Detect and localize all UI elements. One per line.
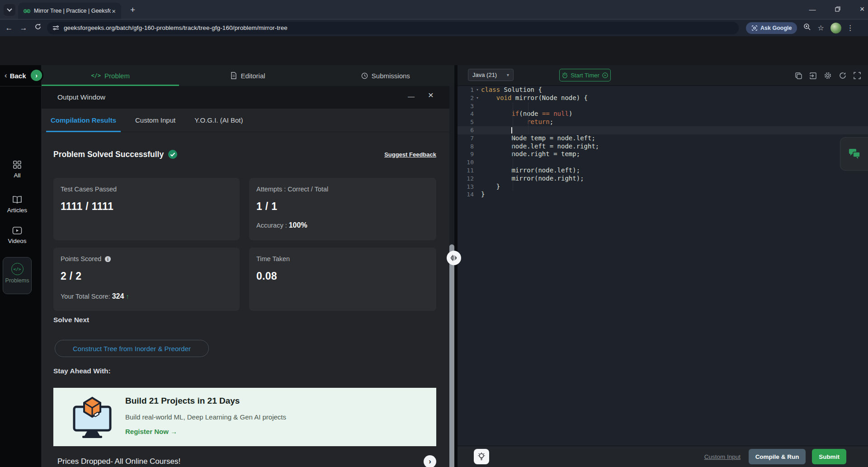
tab-compilation-results[interactable]: Compilation Results [46,109,121,132]
register-now-link[interactable]: Register Now → [125,428,177,435]
code-text: } [481,191,868,199]
timer-icon [562,72,568,78]
code-line[interactable]: 12 mirror(node.right); [458,175,868,183]
fold-gutter [474,102,481,110]
start-timer-button[interactable]: Start Timer [559,69,611,81]
scrollbar-thumb[interactable] [449,244,454,467]
reset-code-icon[interactable] [839,71,847,80]
close-icon[interactable]: × [428,90,434,100]
tab-problem[interactable]: </> Problem [42,65,179,86]
custom-input-link[interactable]: Custom Input [704,453,741,460]
compile-run-button[interactable]: Compile & Run [749,449,806,464]
tab-yogi-ai-bot[interactable]: Y.O.G.I. (AI Bot) [190,109,247,132]
code-line[interactable]: 10 [458,158,868,167]
code-line[interactable]: 8 node.left = node.right; [458,143,868,151]
expand-panel-button[interactable]: › [31,70,42,81]
browser-menu-icon[interactable]: ⋮ [847,24,854,32]
zoom-in-icon[interactable] [803,23,811,33]
output-tabbar: Compilation Results Custom Input Y.O.G.I… [42,109,454,132]
code-line[interactable]: 11 mirror(node.left); [458,167,868,175]
solve-next-heading: Solve Next [53,316,89,324]
code-text: mirror(node.left); [481,167,868,175]
code-line[interactable]: 9 node.right = temp; [458,150,868,158]
ask-google-button[interactable]: Ask Google [746,22,797,34]
window-restore-button[interactable] [827,0,848,18]
fold-gutter [474,134,481,143]
code-editor[interactable]: 1▾class Solution {2▾ void mirror(Node no… [458,86,868,446]
fullscreen-icon[interactable] [854,72,861,79]
code-line[interactable]: 6 [458,126,868,134]
browser-forward-button[interactable]: → [16,24,31,33]
window-close-button[interactable]: × [852,0,868,18]
url-text: geeksforgeeks.org/batch/gfg-160-problems… [64,24,288,31]
browser-profile-avatar[interactable] [830,23,841,33]
code-line[interactable]: 1▾class Solution { [458,86,868,94]
browser-tab[interactable]: Mirror Tree | Practice | Geeksfor × [18,3,121,19]
fold-arrow-icon[interactable]: ▾ [474,94,481,102]
banner-subtitle: Build real-world ML, Deep Learning & Gen… [125,413,286,421]
line-number: 7 [458,134,474,143]
tab-close-icon[interactable]: × [111,7,117,15]
submit-button[interactable]: Submit [812,449,846,464]
lens-icon [751,25,758,31]
total-score-line: Your Total Score: 324 ↑ [61,292,129,300]
browser-back-button[interactable]: ← [2,24,16,33]
tab-custom-input[interactable]: Custom Input [131,109,180,132]
problem-tabbar: </> Problem Editorial Submissions [42,65,454,86]
hint-bulb-button[interactable] [474,449,489,464]
bulb-icon [477,452,486,461]
browser-reload-button[interactable] [31,23,45,33]
window-minimize-button[interactable]: — [802,0,823,18]
output-window-title: Output Window [57,93,105,101]
sidebar-item-problems[interactable]: </> Problems [3,257,32,294]
promo-next-button[interactable]: › [424,455,436,467]
code-line[interactable]: 2▾ void mirror(Node node) { [458,94,868,102]
card-attempts: Attempts : Correct / Total 1 / 1 Accurac… [249,178,436,240]
minimize-icon[interactable]: — [408,92,415,100]
code-line[interactable]: 7 Node temp = node.left; [458,134,868,143]
sidebar-item-all[interactable]: All [3,160,32,179]
code-text: mirror(node.right); [481,175,868,183]
sidebar-item-articles[interactable]: Articles [3,195,32,214]
card-value: 1111 / 1111 [61,200,232,213]
code-line[interactable]: 3 [458,102,868,110]
tab-search-button[interactable] [4,4,15,16]
discussion-chat-tab[interactable] [840,137,868,171]
code-line[interactable]: 5 return; [458,118,868,126]
line-number: 13 [458,183,474,191]
settings-gear-icon[interactable] [824,71,832,80]
card-label: Attempts : Correct / Total [256,186,429,193]
copy-icon[interactable] [795,72,802,80]
fold-arrow-icon[interactable]: ▾ [474,86,481,94]
promo-banner[interactable]: Build 21 Projects in 21 Days Build real-… [53,388,436,446]
resize-arrows-icon [450,255,458,261]
bookmark-star-icon[interactable]: ☆ [817,24,824,32]
tab-submissions[interactable]: Submissions [317,65,454,86]
sidebar-item-videos[interactable]: Videos [3,226,32,244]
code-line[interactable]: 14} [458,191,868,199]
code-line[interactable]: 4 if(node == null) [458,110,868,118]
language-select[interactable]: Java (21) ▾ [468,69,514,81]
site-settings-icon[interactable] [52,24,59,31]
line-number: 14 [458,191,474,199]
grid-icon [13,160,22,169]
code-line[interactable]: 13 } [458,183,868,191]
info-icon[interactable]: i [104,256,111,262]
url-bar[interactable]: geeksforgeeks.org/batch/gfg-160-problems… [47,22,739,34]
new-tab-button[interactable]: + [130,5,135,14]
chevron-left-icon: ‹ [5,71,7,80]
promo-footer-text: Prices Dropped- All Online Courses! [57,457,180,466]
fold-gutter [474,167,481,175]
clock-icon [361,72,368,79]
card-label: Points Scoredi [61,255,232,262]
next-problem-button[interactable]: Construct Tree from Inorder & Preorder [55,340,209,357]
tab-editorial[interactable]: Editorial [179,65,316,86]
import-code-icon[interactable] [809,72,817,80]
fold-gutter [474,126,481,134]
site-header: Big Savings Sale Courses Tutorials Pract… [0,36,868,65]
suggest-feedback-link[interactable]: Suggest Feedback [384,151,436,158]
video-icon [12,226,22,235]
line-number: 6 [458,126,474,134]
banner-title: Build 21 Projects in 21 Days [125,396,240,406]
panel-resize-handle[interactable] [447,251,461,265]
